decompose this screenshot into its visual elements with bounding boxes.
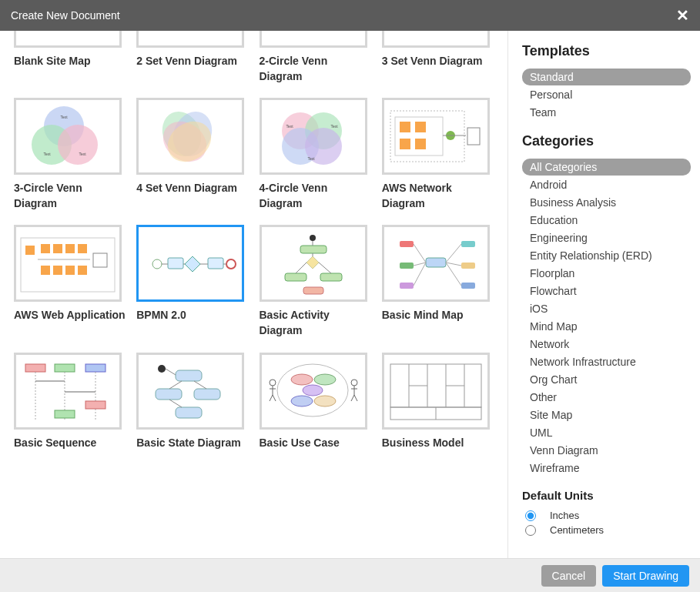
template-thumbnail[interactable]: [382, 225, 490, 302]
template-card[interactable]: Basic Mind Map: [382, 225, 496, 338]
template-thumbnail[interactable]: [136, 225, 244, 302]
template-card[interactable]: Basic Use Case: [260, 353, 373, 451]
template-thumbnail[interactable]: [14, 353, 122, 430]
template-card[interactable]: BPMN 2.0: [136, 225, 250, 338]
svg-rect-81: [176, 370, 202, 381]
category-item[interactable]: Venn Diagram: [522, 442, 691, 459]
category-item[interactable]: Flowchart: [522, 283, 691, 299]
template-label: Blank Site Map: [14, 54, 128, 69]
svg-rect-105: [390, 364, 481, 407]
svg-rect-34: [65, 266, 75, 275]
dialog-titlebar: Create New Document ✕: [0, 0, 700, 31]
svg-line-69: [446, 263, 461, 286]
template-thumbnail[interactable]: Text Text Text: [260, 98, 367, 175]
template-card[interactable]: Text Text Text 4-Circle Venn Diagram: [260, 98, 373, 211]
svg-rect-37: [93, 253, 107, 267]
cancel-button[interactable]: Cancel: [541, 565, 597, 587]
template-thumbnail[interactable]: [382, 31, 490, 48]
category-item[interactable]: Education: [522, 212, 691, 229]
category-item[interactable]: Android: [522, 176, 691, 193]
template-thumbnail[interactable]: [14, 225, 122, 302]
svg-line-61: [414, 263, 426, 266]
template-card[interactable]: Text Text Text 3-Circle Venn Diagram: [14, 98, 128, 211]
template-group-item[interactable]: Standard: [522, 69, 691, 85]
category-item[interactable]: Wireframe: [522, 460, 691, 477]
svg-rect-68: [461, 283, 475, 289]
svg-rect-84: [176, 407, 202, 418]
svg-rect-28: [41, 244, 50, 253]
template-group-item[interactable]: Team: [522, 104, 691, 121]
template-label: Basic Activity Diagram: [260, 308, 373, 338]
category-item[interactable]: Org Chart: [522, 371, 691, 388]
dialog-body: Blank Site Map 2 Set Venn Diagram 2-Circ…: [0, 31, 700, 558]
template-thumbnail[interactable]: [136, 98, 244, 175]
template-label: AWS Network Diagram: [382, 181, 496, 211]
svg-rect-51: [320, 273, 342, 281]
svg-rect-29: [53, 244, 62, 253]
svg-point-104: [303, 385, 323, 396]
unit-radio[interactable]: [525, 510, 536, 521]
template-card[interactable]: Business Model: [382, 353, 496, 451]
svg-rect-31: [78, 244, 87, 253]
template-thumbnail[interactable]: [260, 225, 367, 302]
template-card[interactable]: Blank Site Map: [14, 31, 128, 84]
svg-rect-27: [25, 246, 35, 255]
svg-line-59: [414, 244, 426, 263]
category-item[interactable]: Engineering: [522, 229, 691, 246]
svg-line-88: [169, 400, 182, 407]
svg-rect-48: [300, 246, 327, 253]
template-group-item[interactable]: Personal: [522, 86, 691, 103]
template-thumbnail[interactable]: [136, 31, 244, 48]
category-item[interactable]: Mind Map: [522, 318, 691, 335]
template-card[interactable]: 2 Set Venn Diagram: [136, 31, 250, 84]
svg-point-95: [351, 380, 357, 386]
category-item[interactable]: Floorplan: [522, 265, 691, 282]
template-thumbnail[interactable]: [382, 353, 490, 430]
category-item[interactable]: UML: [522, 424, 691, 441]
template-thumbnail[interactable]: [260, 31, 367, 48]
svg-rect-79: [55, 410, 75, 418]
template-thumbnail[interactable]: [382, 98, 490, 175]
template-card[interactable]: AWS Web Application: [14, 225, 128, 338]
category-item[interactable]: Entity Relationship (ERD): [522, 247, 691, 264]
template-card[interactable]: Basic Activity Diagram: [260, 225, 373, 338]
template-card[interactable]: Basic State Diagram: [136, 353, 250, 451]
svg-rect-60: [400, 263, 414, 269]
template-thumbnail[interactable]: [136, 353, 244, 430]
template-thumbnail[interactable]: [260, 353, 367, 430]
category-item[interactable]: All Categories: [522, 159, 691, 176]
template-label: Business Model: [382, 436, 496, 451]
template-card[interactable]: 3 Set Venn Diagram: [382, 31, 496, 84]
svg-line-63: [414, 263, 426, 286]
svg-point-42: [226, 259, 236, 269]
svg-text:Text: Text: [79, 152, 86, 156]
category-item[interactable]: Other: [522, 389, 691, 406]
svg-point-2: [58, 125, 98, 165]
template-card[interactable]: AWS Network Diagram: [382, 98, 496, 211]
template-card[interactable]: Basic Sequence: [14, 353, 128, 451]
svg-marker-49: [306, 256, 319, 269]
template-card[interactable]: 2-Circle Venn Diagram: [260, 31, 373, 84]
unit-radio[interactable]: [525, 525, 536, 536]
category-item[interactable]: iOS: [522, 300, 691, 317]
svg-rect-62: [400, 283, 414, 289]
svg-rect-66: [461, 263, 475, 269]
template-thumbnail[interactable]: [14, 31, 122, 48]
unit-option[interactable]: Inches: [522, 508, 691, 523]
template-thumbnail[interactable]: Text Text Text: [14, 98, 122, 175]
units-heading: Default Units: [522, 489, 691, 502]
category-item[interactable]: Business Analysis: [522, 194, 691, 211]
dialog-title: Create New Document: [11, 9, 120, 22]
template-gallery[interactable]: Blank Site Map 2 Set Venn Diagram 2-Circ…: [0, 31, 507, 558]
svg-point-90: [270, 380, 276, 386]
templates-heading: Templates: [522, 43, 691, 59]
close-icon[interactable]: ✕: [676, 8, 689, 23]
start-drawing-button[interactable]: Start Drawing: [602, 565, 689, 587]
category-item[interactable]: Site Map: [522, 406, 691, 423]
category-item[interactable]: Network Infrastructure: [522, 353, 691, 370]
unit-option[interactable]: Centimeters: [522, 523, 691, 537]
template-card[interactable]: 4 Set Venn Diagram: [136, 98, 250, 211]
svg-line-94: [273, 395, 276, 401]
svg-line-56: [319, 263, 331, 273]
category-item[interactable]: Network: [522, 336, 691, 353]
